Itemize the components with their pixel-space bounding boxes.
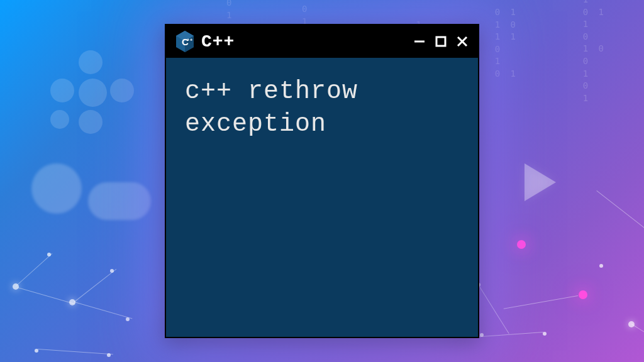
blob-decoration xyxy=(88,182,151,220)
terminal-window: C + + C++ c++ rethrow exception xyxy=(165,24,479,338)
svg-text:+: + xyxy=(190,38,192,42)
terminal-content: c++ rethrow exception xyxy=(166,58,478,337)
binary-rain-decoration: 0 1 1 0 1 1 0 1 0 1 xyxy=(495,6,518,80)
cpp-logo-icon: C + + xyxy=(175,30,195,53)
play-triangle-decoration xyxy=(525,163,556,201)
window-controls xyxy=(413,35,469,48)
blob-decoration xyxy=(31,163,82,214)
close-button[interactable] xyxy=(455,35,469,48)
terminal-text-line: c++ rethrow xyxy=(185,77,358,106)
molecule-decoration xyxy=(50,50,138,138)
minimize-button[interactable] xyxy=(413,35,426,48)
terminal-text-line: exception xyxy=(185,110,326,138)
svg-text:+: + xyxy=(187,38,189,42)
title-bar: C + + C++ xyxy=(166,25,478,58)
binary-rain-decoration: 1 0 1 1 0 1 0 0 1 0 1 xyxy=(583,0,606,104)
window-title: C++ xyxy=(201,32,406,52)
svg-rect-7 xyxy=(436,37,445,46)
maximize-button[interactable] xyxy=(434,35,448,48)
